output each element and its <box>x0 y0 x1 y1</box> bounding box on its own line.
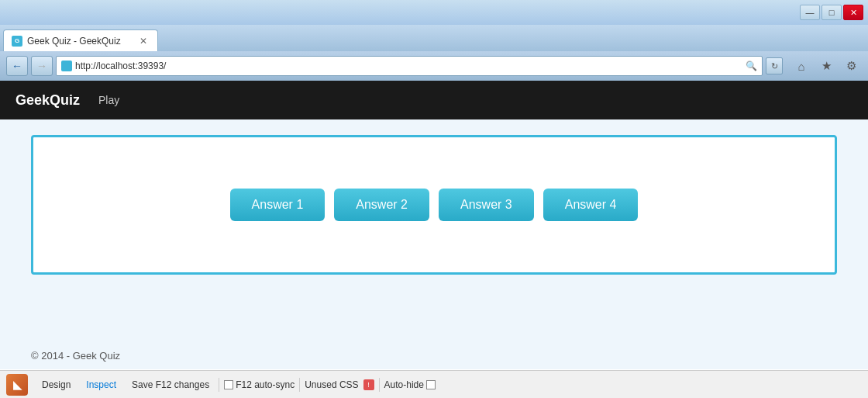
devtools-bar: ◣ Design Inspect Save F12 changes F12 au… <box>0 370 868 398</box>
toolbar-icons: ⌂ ★ ⚙ <box>790 56 862 76</box>
main-area: Answer 1 Answer 2 Answer 3 Answer 4 <box>0 119 868 342</box>
tab-title: Geek Quiz - GeekQuiz <box>27 36 121 47</box>
forward-button[interactable]: → <box>31 56 53 76</box>
favorites-icon[interactable]: ★ <box>815 56 837 76</box>
devtools-divider-2 <box>299 378 300 392</box>
answer-1-button[interactable]: Answer 1 <box>230 189 326 221</box>
tab-favicon: G <box>12 36 22 47</box>
search-icon[interactable]: 🔍 <box>746 61 757 71</box>
page-content: GeekQuiz Play Answer 1 Answer 2 Answer 3… <box>0 81 868 398</box>
devtools-unusedcss-wrap: Unused CSS ! <box>305 379 374 390</box>
answer-3-button[interactable]: Answer 3 <box>439 189 534 221</box>
play-nav-link[interactable]: Play <box>98 94 119 106</box>
devtools-autosync-checkbox[interactable] <box>224 380 233 389</box>
devtools-design-tab[interactable]: Design <box>34 376 78 393</box>
devtools-autohide-wrap: Auto-hide <box>384 379 436 390</box>
answer-4-button[interactable]: Answer 4 <box>543 189 639 221</box>
devtools-unusedcss-label: Unused CSS <box>305 379 358 390</box>
devtools-divider-3 <box>379 378 380 392</box>
devtools-autohide-checkbox[interactable] <box>426 380 436 389</box>
quiz-box: Answer 1 Answer 2 Answer 3 Answer 4 <box>31 135 837 275</box>
footer-copyright: © 2014 - Geek Quiz <box>31 350 120 362</box>
back-button[interactable]: ← <box>6 56 28 76</box>
devtools-save-tab[interactable]: Save F12 changes <box>124 376 217 393</box>
tab-close-button[interactable]: ✕ <box>137 35 150 47</box>
devtools-unusedcss-badge: ! <box>363 379 374 390</box>
minimize-button[interactable]: — <box>800 5 820 20</box>
tab-bar: G Geek Quiz - GeekQuiz ✕ <box>0 25 868 51</box>
active-tab[interactable]: G Geek Quiz - GeekQuiz ✕ <box>3 29 158 51</box>
address-text[interactable]: http://localhost:39393/ <box>75 61 742 71</box>
address-favicon <box>61 61 72 71</box>
devtools-inspect-tab[interactable]: Inspect <box>78 376 124 393</box>
settings-icon[interactable]: ⚙ <box>840 56 862 76</box>
answers-row: Answer 1 Answer 2 Answer 3 Answer 4 <box>230 189 639 221</box>
close-button[interactable]: ✕ <box>843 5 863 20</box>
refresh-button[interactable]: ↻ <box>766 57 783 74</box>
site-footer: © 2014 - Geek Quiz <box>0 342 868 369</box>
devtools-autosync-wrap: F12 auto-sync <box>224 379 294 390</box>
devtools-autohide-label: Auto-hide <box>384 379 424 390</box>
site-navbar: GeekQuiz Play <box>0 81 868 119</box>
address-bar: ← → http://localhost:39393/ 🔍 ↻ ⌂ ★ ⚙ <box>0 51 868 81</box>
devtools-divider-1 <box>219 378 219 392</box>
title-bar: — □ ✕ <box>0 0 868 25</box>
devtools-logo: ◣ <box>6 374 28 396</box>
browser-window: — □ ✕ G Geek Quiz - GeekQuiz ✕ ← → http:… <box>0 0 868 398</box>
address-input-wrap: http://localhost:39393/ 🔍 <box>56 56 763 76</box>
site-brand: GeekQuiz <box>16 92 80 109</box>
maximize-button[interactable]: □ <box>822 5 842 20</box>
home-icon[interactable]: ⌂ <box>790 56 812 76</box>
answer-2-button[interactable]: Answer 2 <box>334 189 429 221</box>
devtools-autosync-label: F12 auto-sync <box>236 379 294 390</box>
new-tab-area[interactable] <box>158 29 189 51</box>
